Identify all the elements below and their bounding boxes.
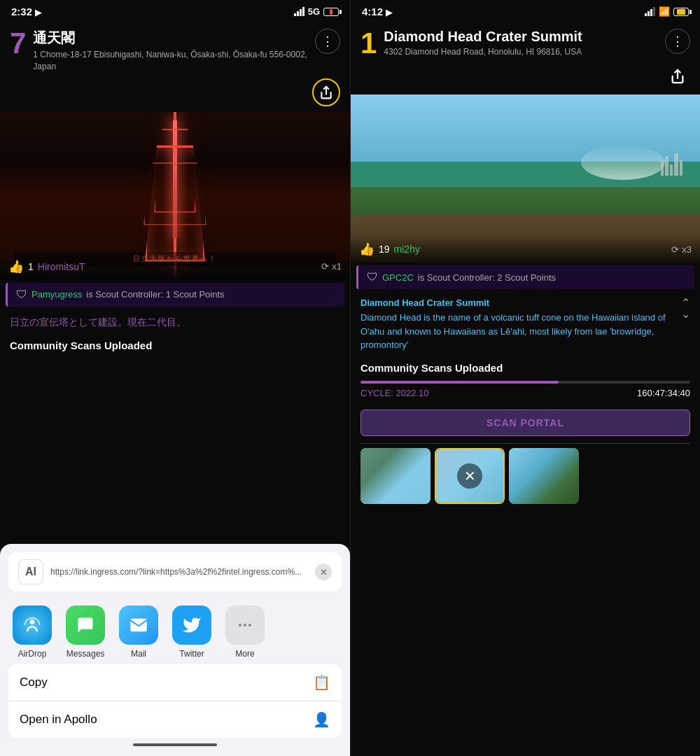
network-type: 5G [308, 6, 320, 17]
thumbnail-3[interactable] [509, 448, 579, 504]
left-status-icons: 5G [294, 6, 339, 17]
mail-label: Mail [131, 649, 146, 659]
more-apps-label: More [235, 649, 254, 659]
thumbs-up-icon: 👍 [8, 259, 24, 274]
left-portal-info: 通天閣 1 Chome-18-17 Ebisuhigashi, Naniwa-k… [33, 29, 308, 73]
svg-point-1 [30, 620, 35, 624]
messages-label: Messages [66, 649, 105, 659]
left-image-overlay: 👍 1 HiromitsuT ⟳ x1 [0, 253, 350, 280]
right-scan-icon: ⟳ [671, 244, 679, 255]
scout-icon: 🛡 [16, 288, 27, 301]
left-scout-text: is Scout Controller: 1 Scout Points [86, 289, 224, 300]
copy-icon: 📋 [313, 674, 330, 691]
right-status-icons: 📶 ⚡ [645, 6, 689, 17]
share-app-more[interactable]: More [224, 606, 266, 659]
right-scan-x: x3 [682, 244, 692, 255]
svg-point-2 [239, 624, 241, 626]
left-share-btn-row [0, 78, 350, 112]
share-apps-row: AirDrop Messages Mail [8, 600, 342, 664]
left-more-button[interactable]: ⋮ [315, 29, 340, 54]
right-desc-row: Diamond Head Crater Summit Diamond Head … [351, 292, 700, 355]
right-scout-banner: 🛡 GPC2C is Scout Controller: 2 Scout Poi… [356, 265, 694, 289]
thumbnail-2[interactable]: ✕ [435, 448, 505, 504]
left-portal-number: 7 [10, 29, 26, 58]
right-portal-address: 4302 Diamond Head Road, Honolulu, HI 968… [384, 46, 658, 58]
right-portal-image: 👍 19 mi2hy ⟳ x3 [351, 94, 700, 262]
left-scout-banner: 🛡 Pamyugress is Scout Controller: 1 Scou… [6, 283, 344, 307]
airdrop-label: AirDrop [18, 649, 47, 659]
cycle-label: CYCLE: 2022.10 [360, 388, 429, 398]
right-desc-title: Diamond Head Crater Summit [360, 295, 676, 311]
right-status-bar: 4:12 ▶ 📶 ⚡ [351, 0, 700, 23]
share-app-mail[interactable]: Mail [118, 606, 160, 659]
right-portal-header: 1 Diamond Head Crater Summit 4302 Diamon… [351, 23, 700, 64]
progress-bar-fill [360, 381, 559, 384]
right-scan-right: ⟳ x3 [671, 244, 692, 255]
messages-icon [66, 606, 105, 645]
signal-bars [294, 7, 304, 16]
copy-action[interactable]: Copy 📋 [8, 664, 342, 701]
share-actions-group: Copy 📋 Open in Apollo 👤 [8, 664, 342, 738]
progress-bar-bg [360, 381, 690, 384]
share-sheet-header: AI https://link.ingress.com/?link=https%… [8, 552, 342, 592]
right-panel: 4:12 ▶ 📶 ⚡ 1 Diamond Head Crater Summit … [350, 0, 700, 756]
right-wifi-icon: 📶 [659, 6, 670, 17]
left-scan-info: 👍 1 HiromitsuT [8, 259, 85, 274]
location-icon: ▶ [35, 8, 41, 18]
left-portal-header: 7 通天閣 1 Chome-18-17 Ebisuhigashi, Naniwa… [0, 23, 350, 78]
right-time: 4:12 ▶ [362, 6, 392, 18]
thumbnails-row: ✕ [351, 444, 700, 508]
share-ai-icon: AI [18, 559, 43, 584]
share-url: https://link.ingress.com/?link=https%3a%… [50, 567, 308, 577]
scan-icon: ⟳ [321, 261, 329, 272]
right-share-button[interactable] [665, 64, 690, 89]
share-app-airdrop[interactable]: AirDrop [11, 606, 53, 659]
more-apps-icon [225, 606, 265, 645]
left-scan-x: x1 [332, 261, 342, 272]
copy-label: Copy [20, 676, 48, 690]
twitter-label: Twitter [179, 649, 204, 659]
right-scout-icon: 🛡 [367, 271, 378, 284]
share-app-twitter[interactable]: Twitter [171, 606, 213, 659]
twitter-icon [172, 606, 211, 645]
left-portal-image: 日立大阪から世界へ！ 👍 1 HiromitsuT ⟳ x1 [0, 112, 350, 280]
right-scout-name: GPC2C [382, 272, 414, 283]
left-scan-right: ⟳ x1 [321, 261, 342, 272]
battery-icon [323, 8, 339, 16]
right-share-btn-row [351, 64, 700, 94]
right-more-button[interactable]: ⋮ [665, 29, 690, 54]
right-thumbs-icon: 👍 [359, 241, 374, 257]
cycle-row: CYCLE: 2022.10 160:47:34:40 [360, 388, 690, 398]
svg-point-4 [248, 624, 251, 626]
left-portal-name: 通天閣 [33, 29, 308, 48]
expand-chevrons-button[interactable]: ⌃ ⌄ [681, 298, 690, 320]
open-apollo-action[interactable]: Open in Apollo 👤 [8, 701, 342, 738]
apollo-icon: 👤 [313, 711, 330, 728]
open-apollo-label: Open in Apollo [20, 713, 97, 727]
share-app-messages[interactable]: Messages [64, 606, 106, 659]
right-signal-bars [645, 7, 655, 16]
mail-icon [119, 606, 158, 645]
right-description: Diamond Head is the name of a volcanic t… [360, 311, 676, 352]
left-portal-desc: 日立の宣伝塔として建設。現在二代目。 [0, 309, 350, 335]
left-username: HiromitsuT [38, 261, 85, 272]
left-share-button[interactable] [312, 78, 340, 106]
share-close-button[interactable]: ✕ [315, 564, 332, 580]
right-battery-icon: ⚡ [673, 8, 689, 16]
scan-portal-button[interactable]: SCAN PORTAL [360, 410, 690, 436]
right-desc-block: Diamond Head Crater Summit Diamond Head … [360, 295, 676, 352]
right-scout-text: is Scout Controller: 2 Scout Points [418, 272, 556, 283]
thumbnail-1[interactable] [360, 448, 430, 504]
thumbnail-overlay: ✕ [457, 463, 482, 489]
right-username: mi2hy [394, 244, 420, 255]
left-status-bar: 2:32 ▶ 5G [0, 0, 350, 23]
right-scan-info: 👍 19 mi2hy [359, 241, 420, 257]
right-thumbs-count: 19 [379, 244, 390, 255]
left-panel: 2:32 ▶ 5G 7 通天閣 1 Chome-18-17 Ebisuhigas… [0, 0, 350, 756]
left-time: 2:32 ▶ [11, 6, 41, 18]
left-thumbs-count: 1 [28, 261, 34, 272]
share-sheet: AI https://link.ingress.com/?link=https%… [0, 544, 350, 756]
right-location-icon: ▶ [386, 8, 392, 18]
right-community-section: Community Scans Uploaded CYCLE: 2022.10 … [351, 355, 700, 402]
right-portal-number: 1 [360, 29, 377, 58]
